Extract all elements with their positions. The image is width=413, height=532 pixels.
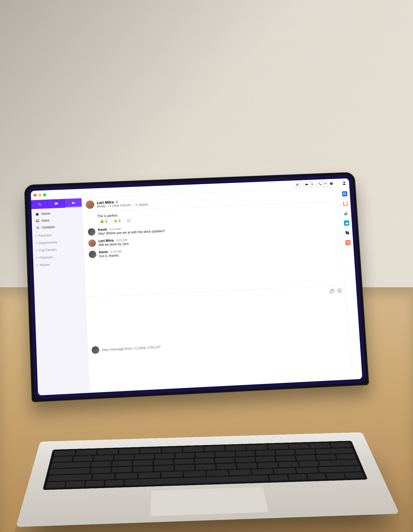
svg-point-20 [348, 242, 349, 244]
sidebar-item-label: Home [41, 212, 50, 216]
message-time: 9:29 AM [109, 227, 121, 231]
section-departments[interactable]: Departments [36, 239, 80, 245]
sidebar-item-home[interactable]: Home [35, 210, 79, 217]
conversation-header: Lori Mitra ☆ Mobile: +1 (264) 2791147 | [82, 188, 340, 212]
reaction-count: 1 [119, 219, 121, 223]
phone-icon [318, 182, 322, 186]
laptop: Home Inbox Contacts [30, 192, 383, 532]
composer-input[interactable] [102, 336, 345, 352]
reaction-chip[interactable]: 👏 1 [111, 218, 123, 224]
add-reaction-button[interactable] [124, 218, 133, 223]
caret-right-icon [36, 250, 37, 252]
tab-chat[interactable] [48, 199, 65, 209]
contact-name: Lori Mitra [97, 200, 114, 205]
svg-point-9 [37, 227, 38, 228]
composer-avatar [92, 346, 100, 354]
sidebar-item-label: Contacts [42, 225, 55, 229]
laptop-keyboard [43, 441, 368, 490]
emoji-icon[interactable] [337, 288, 342, 293]
separator: | [133, 203, 133, 207]
sender-name: Kevin [98, 228, 107, 232]
google-calendar-icon[interactable]: 31 [342, 191, 347, 197]
minimize-dot-icon[interactable] [38, 194, 41, 197]
search-in-thread-button[interactable]: Search [135, 203, 148, 206]
sender-name: Kevin [99, 250, 108, 254]
zendesk-icon[interactable] [344, 230, 350, 235]
attach-icon[interactable] [330, 289, 335, 293]
tab-call[interactable] [31, 200, 48, 209]
contacts-icon [36, 226, 40, 230]
sidebar-nav: Home Inbox Contacts [31, 207, 84, 269]
svg-rect-8 [36, 220, 39, 222]
section-call-centers[interactable]: Call Centers [36, 247, 81, 252]
reaction-emoji: 😀 [100, 220, 104, 223]
contact-avatar[interactable] [86, 200, 94, 209]
svg-point-13 [128, 220, 128, 220]
section-label: Recent [40, 263, 50, 267]
section-label: Departments [39, 240, 57, 245]
svg-point-19 [347, 233, 349, 235]
sidebar-item-contacts[interactable]: Contacts [35, 223, 79, 231]
app-window: Home Inbox Contacts [31, 178, 363, 395]
section-recent[interactable]: Recent [37, 261, 81, 267]
reaction-preface: The is perfect. [97, 205, 335, 218]
conversation-pane: Lori Mitra ☆ Mobile: +1 (264) 2791147 | [82, 188, 352, 393]
profile-icon[interactable] [342, 181, 347, 185]
message-text: Got it, thanks [99, 253, 122, 258]
reaction-chip[interactable]: 😀 1 [98, 219, 110, 224]
section-channels[interactable]: Channels [36, 254, 81, 260]
message-time: 9:29 AM [111, 250, 122, 253]
traffic-lights [33, 193, 46, 197]
google-drive-icon[interactable] [343, 211, 349, 216]
sidebar-item-inbox[interactable]: Inbox [35, 217, 79, 223]
section-favorites[interactable]: Favorites [36, 232, 80, 238]
reaction-count: 1 [105, 219, 107, 223]
svg-point-18 [345, 231, 347, 233]
maximize-dot-icon[interactable] [43, 193, 46, 196]
message-time: 9:45 AM [116, 238, 128, 242]
svg-point-10 [38, 227, 39, 228]
caret-right-icon [36, 257, 38, 259]
svg-point-16 [339, 290, 339, 290]
sender-name: Lori Mitra [98, 239, 114, 243]
caret-right-icon [36, 235, 37, 237]
sidebar: Home Inbox Contacts [31, 198, 90, 396]
add-person-icon [296, 183, 300, 187]
svg-rect-1 [305, 184, 307, 185]
hubspot-icon[interactable] [345, 240, 351, 245]
star-icon[interactable]: ☆ [115, 200, 119, 204]
svg-point-17 [340, 290, 340, 290]
video-call-split-button[interactable] [303, 181, 314, 188]
reaction-summary: The is perfect. 😀 1 👏 1 [97, 205, 336, 225]
reaction-emoji: 👏 [113, 219, 118, 223]
phone-icon [38, 202, 42, 206]
contact-number: +1 (264) 2791147 [108, 203, 131, 207]
svg-point-15 [338, 289, 341, 293]
voice-call-split-button[interactable] [316, 181, 327, 187]
gmail-icon[interactable] [343, 201, 348, 206]
sender-avatar[interactable] [88, 228, 95, 236]
section-label: Channels [39, 255, 53, 260]
tab-meet[interactable] [65, 198, 82, 208]
message-text: Hey! Where are we at with the deck updat… [98, 229, 165, 235]
search-label: Search [139, 203, 148, 206]
svg-point-22 [348, 242, 349, 242]
add-person-button[interactable] [294, 182, 301, 188]
sender-avatar[interactable] [89, 251, 96, 258]
salesforce-icon[interactable] [344, 220, 349, 226]
smile-icon [127, 219, 131, 222]
message: Kevin 9:29 AM Got it, thanks [89, 240, 338, 259]
info-icon[interactable] [329, 182, 333, 185]
svg-point-0 [296, 184, 298, 185]
sidebar-mode-tabs [31, 198, 82, 209]
gcal-day-label: 31 [343, 192, 346, 196]
message: Lori Mitra 9:45 AM Will be done by 2pm [88, 229, 337, 247]
search-icon [135, 203, 138, 206]
chevron-down-icon [311, 184, 313, 186]
sender-avatar[interactable] [88, 239, 96, 247]
video-icon [71, 201, 75, 205]
sidebar-item-label: Inbox [41, 219, 50, 223]
chevron-down-icon [324, 183, 326, 185]
close-dot-icon[interactable] [33, 194, 36, 197]
caret-right-icon [37, 264, 38, 266]
